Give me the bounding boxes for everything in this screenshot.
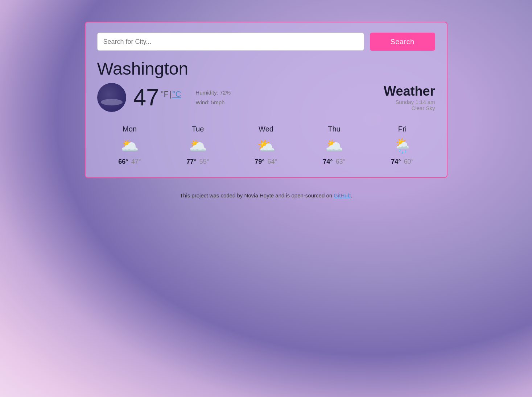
github-link[interactable]: GitHub — [334, 192, 351, 198]
temperature-display: 47 °F | °C — [133, 86, 181, 109]
weather-card: Search Washington 47 °F | °C Humidity: 7… — [85, 22, 448, 178]
city-name: Washington — [97, 59, 435, 79]
temp-low: 60° — [404, 158, 414, 166]
search-input[interactable] — [97, 33, 364, 51]
weather-condition: Clear Sky — [384, 105, 435, 111]
footer-text-after: . — [351, 192, 352, 198]
footer-text-before: This project was coded by Novia Hoyte an… — [180, 192, 334, 198]
forecast-icon: 🌥️ — [118, 137, 141, 154]
search-button[interactable]: Search — [370, 33, 435, 51]
forecast-icon: 🌦️ — [391, 137, 414, 154]
forecast-temps: 79° 64° — [255, 158, 277, 166]
forecast-day-tue: Tue 🌥️ 77° 55° — [165, 125, 231, 166]
forecast-icon: 🌥️ — [186, 137, 210, 154]
weather-label-block: Weather Sunday 1:14 am Clear Sky — [384, 84, 435, 111]
temp-high: 77° — [186, 158, 196, 166]
day-name: Thu — [328, 125, 340, 133]
temp-units: °F | °C — [161, 89, 181, 99]
temp-low: 63° — [336, 158, 346, 166]
search-row: Search — [97, 33, 435, 51]
humidity-label: Humidity: 72% — [195, 88, 231, 97]
forecast-temps: 66° 47° — [118, 158, 141, 166]
day-name: Mon — [123, 125, 137, 133]
forecast-temps: 74° 60° — [391, 158, 413, 166]
day-name: Tue — [192, 125, 204, 133]
forecast-icon: 🌥️ — [323, 137, 346, 154]
temp-high: 79° — [255, 158, 264, 166]
wind-label: Wind: 5mph — [195, 97, 231, 107]
forecast-day-mon: Mon 🌥️ 66° 47° — [97, 125, 162, 166]
forecast-temps: 77° 55° — [186, 158, 209, 166]
temp-low: 64° — [268, 158, 277, 166]
day-name: Fri — [398, 125, 407, 133]
temperature-value: 47 — [133, 86, 159, 109]
temp-high: 74° — [323, 158, 333, 166]
unit-fahrenheit: °F — [161, 89, 169, 99]
temp-high: 66° — [118, 158, 128, 166]
current-weather-icon — [97, 83, 126, 112]
footer-text: This project was coded by Novia Hoyte an… — [180, 192, 352, 198]
temp-low: 47° — [131, 158, 141, 166]
humidity-wind-block: Humidity: 72% Wind: 5mph — [195, 88, 231, 107]
unit-celsius[interactable]: °C — [172, 89, 181, 99]
forecast-row: Mon 🌥️ 66° 47° Tue 🌥️ 77° 55° Wed ⛅ 79° … — [97, 125, 435, 166]
forecast-day-wed: Wed ⛅ 79° 64° — [234, 125, 299, 166]
forecast-temps: 74° 63° — [323, 158, 345, 166]
weather-title: Weather — [384, 84, 435, 99]
temp-high: 74° — [391, 158, 401, 166]
current-weather-row: 47 °F | °C Humidity: 72% Wind: 5mph Weat… — [97, 83, 435, 112]
forecast-icon: ⛅ — [255, 137, 278, 154]
unit-separator: | — [169, 89, 172, 99]
day-name: Wed — [259, 125, 273, 133]
forecast-day-fri: Fri 🌦️ 74° 60° — [370, 125, 435, 166]
temp-low: 55° — [199, 158, 209, 166]
forecast-day-thu: Thu 🌥️ 74° 63° — [302, 125, 367, 166]
moon-haze — [101, 99, 123, 105]
weather-date: Sunday 1:14 am — [384, 99, 435, 105]
